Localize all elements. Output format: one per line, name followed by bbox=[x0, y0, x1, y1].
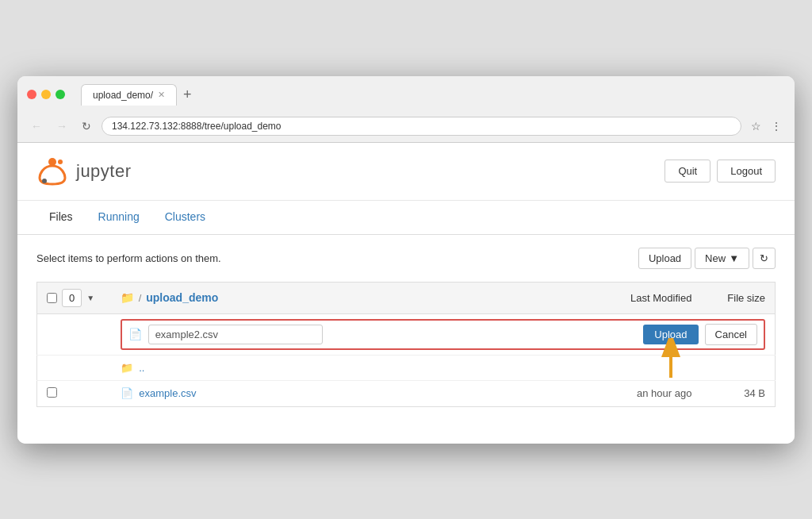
checkbox-header: 0 ▼ bbox=[37, 282, 111, 313]
modified-label: Last Modified bbox=[630, 292, 691, 304]
breadcrumb: 📁 / upload_demo bbox=[121, 291, 545, 304]
parent-folder-icon: 📁 bbox=[121, 362, 133, 374]
minimize-traffic-light[interactable] bbox=[41, 90, 51, 99]
csv-size-cell: 34 B bbox=[701, 380, 775, 406]
cancel-button[interactable]: Cancel bbox=[705, 324, 757, 345]
forward-button[interactable]: → bbox=[52, 118, 71, 134]
upload-row-content-cell: 📄 Upload bbox=[111, 313, 776, 355]
csv-checkbox[interactable] bbox=[47, 387, 57, 398]
jupyter-logo-icon bbox=[36, 156, 68, 187]
close-traffic-light[interactable] bbox=[27, 90, 36, 99]
upload-button[interactable]: Upload bbox=[638, 248, 691, 269]
tab-running[interactable]: Running bbox=[86, 201, 152, 234]
csv-name-cell: 📄 example.csv bbox=[111, 380, 554, 406]
parent-check-cell bbox=[37, 355, 111, 380]
new-button-label: New bbox=[705, 252, 726, 264]
size-header[interactable]: File size bbox=[701, 282, 775, 313]
csv-file-link[interactable]: example.csv bbox=[139, 387, 196, 399]
address-bar: ← → ↻ ☆ ⋮ bbox=[27, 112, 785, 142]
quit-button[interactable]: Quit bbox=[665, 160, 710, 183]
count-dropdown-icon[interactable]: ▼ bbox=[86, 294, 94, 302]
size-label: File size bbox=[727, 292, 765, 304]
csv-file-icon: 📄 bbox=[121, 387, 133, 399]
select-all-checkbox[interactable] bbox=[47, 293, 57, 303]
arrow-annotation: Upload bbox=[643, 325, 698, 344]
menu-icon[interactable]: ⋮ bbox=[768, 118, 785, 134]
tab-title: upload_demo/ bbox=[93, 90, 153, 101]
nav-tabs: Files Running Clusters bbox=[17, 201, 795, 235]
actions-row: Select items to perform actions on them.… bbox=[36, 248, 776, 269]
bookmark-icon[interactable]: ☆ bbox=[748, 118, 764, 134]
svg-point-1 bbox=[42, 179, 47, 183]
orange-arrow bbox=[655, 338, 687, 384]
title-bar: upload_demo/ ✕ + bbox=[27, 84, 785, 106]
new-dropdown-icon: ▼ bbox=[729, 252, 739, 264]
new-tab-button[interactable]: + bbox=[180, 87, 195, 102]
header-buttons: Quit Logout bbox=[665, 160, 776, 183]
refresh-button[interactable]: ↻ bbox=[753, 248, 776, 269]
table-header-row: 0 ▼ 📁 / upload_demo Last bbox=[37, 282, 776, 313]
breadcrumb-current: upload_demo bbox=[146, 291, 218, 304]
browser-actions: ☆ ⋮ bbox=[748, 118, 785, 134]
url-input[interactable] bbox=[102, 117, 741, 136]
breadcrumb-separator: / bbox=[139, 292, 142, 304]
new-button[interactable]: New ▼ bbox=[695, 248, 749, 269]
back-button[interactable]: ← bbox=[27, 118, 46, 134]
jupyter-title: jupyter bbox=[76, 161, 132, 182]
table-row: 📄 example.csv an hour ago 34 B bbox=[37, 380, 776, 406]
app-content: jupyter Quit Logout Files Running Cluste… bbox=[17, 143, 795, 444]
parent-name-cell: 📁 .. bbox=[111, 355, 554, 380]
csv-modified-cell: an hour ago bbox=[553, 380, 701, 406]
jupyter-logo: jupyter bbox=[36, 156, 132, 187]
jupyter-header: jupyter Quit Logout bbox=[17, 143, 795, 201]
modified-header[interactable]: Last Modified bbox=[553, 282, 701, 313]
traffic-lights bbox=[27, 90, 65, 99]
tab-files[interactable]: Files bbox=[36, 201, 86, 234]
svg-point-2 bbox=[58, 160, 63, 164]
parent-size-cell bbox=[701, 355, 775, 380]
file-table: 0 ▼ 📁 / upload_demo Last bbox=[36, 282, 776, 407]
select-help-text: Select items to perform actions on them. bbox=[36, 252, 221, 264]
browser-tab[interactable]: upload_demo/ ✕ bbox=[81, 84, 177, 106]
main-content: Select items to perform actions on them.… bbox=[17, 235, 795, 444]
upload-row-check-cell bbox=[37, 313, 111, 355]
tab-close-icon[interactable]: ✕ bbox=[158, 90, 165, 100]
breadcrumb-folder-icon: 📁 bbox=[121, 291, 134, 304]
name-header[interactable]: 📁 / upload_demo bbox=[111, 282, 554, 313]
upload-actions: Upload bbox=[643, 324, 757, 345]
reload-button[interactable]: ↻ bbox=[78, 118, 95, 134]
select-count: 0 bbox=[62, 289, 82, 307]
upload-row: 📄 Upload bbox=[37, 313, 776, 355]
logout-button[interactable]: Logout bbox=[717, 160, 776, 183]
csv-check-cell bbox=[37, 380, 111, 406]
tab-bar: upload_demo/ ✕ + bbox=[81, 84, 195, 106]
maximize-traffic-light[interactable] bbox=[56, 90, 65, 99]
browser-chrome: upload_demo/ ✕ + ← → ↻ ☆ ⋮ bbox=[17, 76, 795, 143]
toolbar-right: Upload New ▼ ↻ bbox=[638, 248, 776, 269]
filename-input[interactable] bbox=[148, 325, 323, 344]
upload-file-icon: 📄 bbox=[128, 328, 142, 340]
browser-window: upload_demo/ ✕ + ← → ↻ ☆ ⋮ bbox=[17, 76, 795, 444]
upload-row-inner: 📄 Upload bbox=[121, 319, 765, 350]
parent-folder-name[interactable]: .. bbox=[139, 362, 144, 374]
tab-clusters[interactable]: Clusters bbox=[152, 201, 218, 234]
